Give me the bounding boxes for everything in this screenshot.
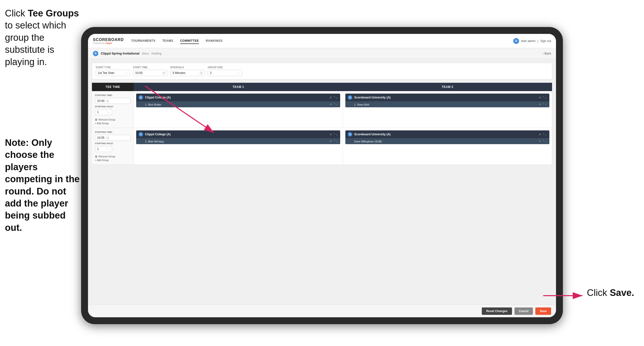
team-group-x-1-1[interactable]: ✕	[330, 96, 332, 99]
intervals-group: Intervals 5 Minutes 🕐	[170, 66, 205, 76]
player-x-2-1-0[interactable]: ✕	[539, 103, 541, 106]
starting-time-label-1: STARTING TIME:	[95, 94, 130, 96]
player-arrows-1-2-0[interactable]: ⌃⌄	[333, 140, 338, 143]
starting-hole-label-1: STARTING HOLE:	[95, 105, 130, 108]
team-group-x-2-1[interactable]: ✕	[539, 96, 541, 99]
add-group-btn-1[interactable]: + Add Group	[95, 122, 130, 125]
team-group-name-1-2: Clippd College (A)	[145, 133, 328, 136]
th-team1: Team 1	[134, 83, 343, 91]
start-type-label: Start Type	[96, 66, 130, 69]
player-name-2-1-0: 1. Rees Britt	[354, 103, 537, 106]
logo-clippd: clippd	[105, 42, 112, 44]
nav-rankings[interactable]: RANKINGS	[206, 38, 222, 44]
breadcrumb-hosting: Hosting	[152, 52, 162, 55]
starting-hole-value-1: 1	[97, 110, 99, 114]
team1-cell-1: C Clippd College (A) ✕ ⌃⌄ 1. Rich Butler	[134, 91, 343, 128]
start-type-input[interactable]: 1st Tee Start ⌃⌄	[96, 70, 130, 76]
player-row-1-2-0: 2. Blair McHarg ✕ ⌃⌄	[136, 138, 340, 144]
breadcrumb-icon: B	[93, 51, 98, 56]
instruction-note: Note: Only choose the players competing …	[5, 137, 81, 234]
starting-time-input-1[interactable]: 10:00 🕐	[95, 98, 130, 104]
start-type-group: Start Type 1st Tee Start ⌃⌄	[96, 66, 130, 76]
team-group-name-2-2: Scoreboard University (A)	[354, 133, 537, 136]
add-group-btn-2[interactable]: + Add Group	[95, 159, 130, 162]
navbar: SCOREBOARD Powered by clippd TOURNAMENTS…	[88, 34, 556, 48]
player-name-1-2-0: 2. Blair McHarg	[145, 140, 328, 143]
remove-icon-2: 🗑	[95, 155, 98, 158]
player-arrows-2-2-0[interactable]: ⌃⌄	[542, 140, 547, 143]
player-controls-2-2-0: ✕ ⌃⌄	[539, 140, 547, 143]
breadcrumb-bar: B Clippd Spring Invitational (Men) Hosti…	[88, 48, 556, 59]
intervals-clock-icon: 🕐	[200, 72, 202, 74]
player-x-1-2-0[interactable]: ✕	[330, 140, 332, 143]
logo-powered: Powered by clippd	[93, 42, 124, 44]
player-controls-1-2-0: ✕ ⌃⌄	[330, 140, 338, 143]
team-group-1-1[interactable]: C Clippd College (A) ✕ ⌃⌄ 1. Rich Butler	[136, 94, 340, 107]
team-group-icon-1-2: C	[139, 132, 143, 137]
nav-pipe: |	[538, 39, 538, 43]
breadcrumb-left: B Clippd Spring Invitational (Men) Hosti…	[93, 51, 162, 56]
team1-cell-2: C Clippd College (A) ✕ ⌃⌄ 2. Blair McHar…	[134, 128, 343, 165]
nav-teams[interactable]: TEAMS	[162, 38, 173, 44]
team-group-x-2-2[interactable]: ✕	[539, 133, 541, 136]
start-type-arrow: ⌃⌄	[124, 72, 128, 74]
tablet-screen: SCOREBOARD Powered by clippd TOURNAMENTS…	[88, 34, 556, 317]
team-group-icon-1-1: C	[139, 95, 143, 100]
team-group-header-1-2: C Clippd College (A) ✕ ⌃⌄	[136, 130, 340, 138]
starting-hole-input-1[interactable]: 1 ⌃⌄	[95, 109, 112, 115]
team-group-2-2[interactable]: S Scoreboard University (A) ✕ ⌃⌄ Dave Bi…	[345, 130, 549, 144]
team-group-arrows-2-1[interactable]: ⌃⌄	[542, 96, 547, 99]
nav-committee[interactable]: COMMITTEE	[180, 38, 199, 44]
hole-arrow-1: ⌃⌄	[106, 111, 110, 114]
team-group-header-2-2: S Scoreboard University (A) ✕ ⌃⌄	[345, 130, 549, 138]
time-icon-2: 🕐	[106, 137, 109, 139]
back-button[interactable]: ‹ Back	[543, 52, 551, 55]
table-row: STARTING TIME: 10:00 🕐 STARTING HOLE: 1 …	[92, 91, 552, 128]
team-group-controls-1-1: ✕ ⌃⌄	[330, 96, 338, 99]
instruction-tee-groups: Click Tee Groups to select which group t…	[5, 7, 81, 68]
team-group-2-1[interactable]: S Scoreboard University (A) ✕ ⌃⌄ 1. Rees…	[345, 94, 549, 107]
starting-time-input-2[interactable]: 10:05 🕐	[95, 135, 130, 141]
team-group-arrows-1-2[interactable]: ⌃⌄	[333, 133, 338, 136]
group-size-input[interactable]: 2 ⌃⌄	[208, 70, 242, 76]
remove-group-btn-1[interactable]: 🗑 Remove Group	[95, 118, 130, 121]
breadcrumb-badge: (Men)	[142, 52, 149, 55]
intervals-input[interactable]: 5 Minutes 🕐	[170, 70, 205, 76]
player-name-1-1-0: 1. Rich Butler	[145, 103, 328, 106]
player-row-1-1-0: 1. Rich Butler ✕ ⌃⌄	[136, 101, 340, 107]
player-name-2-2-0: Dave Billingham (SUB)	[354, 140, 537, 143]
save-button[interactable]: Save	[535, 308, 551, 315]
start-time-clock-icon: 🕐	[162, 72, 165, 74]
time-icon-1: 🕐	[106, 100, 109, 102]
start-time-group: Start Time 10:00 🕐	[133, 66, 168, 76]
remove-group-btn-2[interactable]: 🗑 Remove Group	[95, 155, 130, 158]
tee-table-header: Tee Time Team 1 Team 2	[92, 83, 552, 91]
team-group-header-2-1: S Scoreboard University (A) ✕ ⌃⌄	[345, 94, 549, 101]
team-group-arrows-2-2[interactable]: ⌃⌄	[542, 133, 547, 136]
nav-links: TOURNAMENTS TEAMS COMMITTEE RANKINGS	[131, 38, 514, 44]
cancel-button[interactable]: Cancel	[514, 308, 533, 315]
player-x-1-1-0[interactable]: ✕	[330, 103, 332, 106]
action-bar: Reset Changes Cancel Save	[88, 305, 556, 317]
team-group-arrows-1-1[interactable]: ⌃⌄	[333, 96, 338, 99]
team-group-x-1-2[interactable]: ✕	[330, 133, 332, 136]
player-x-2-2-0[interactable]: ✕	[539, 140, 541, 143]
player-row-2-1-0: 1. Rees Britt ✕ ⌃⌄	[345, 101, 549, 107]
tee-time-cell-2: STARTING TIME: 10:05 🕐 STARTING HOLE: 1 …	[92, 128, 134, 165]
main-content: Start Type 1st Tee Start ⌃⌄ Start Time 1…	[88, 59, 556, 305]
nav-tournaments[interactable]: TOURNAMENTS	[131, 38, 156, 44]
th-tee-time: Tee Time	[92, 83, 134, 91]
sign-out-link[interactable]: Sign out	[540, 39, 551, 43]
tee-time-cell-1: STARTING TIME: 10:00 🕐 STARTING HOLE: 1 …	[92, 91, 134, 128]
player-arrows-1-1-0[interactable]: ⌃⌄	[333, 103, 338, 106]
start-time-label: Start Time	[133, 66, 168, 69]
starting-hole-input-2[interactable]: 1 ⌃⌄	[95, 146, 112, 152]
starting-hole-value-2: 1	[97, 147, 99, 151]
player-arrows-2-1-0[interactable]: ⌃⌄	[542, 103, 547, 106]
reset-changes-button[interactable]: Reset Changes	[482, 308, 512, 315]
team-group-header-1-1: C Clippd College (A) ✕ ⌃⌄	[136, 94, 340, 101]
start-time-input[interactable]: 10:00 🕐	[133, 70, 168, 76]
player-controls-2-1-0: ✕ ⌃⌄	[539, 103, 547, 106]
tee-groups-container: STARTING TIME: 10:00 🕐 STARTING HOLE: 1 …	[92, 91, 552, 165]
team-group-1-2[interactable]: C Clippd College (A) ✕ ⌃⌄ 2. Blair McHar…	[136, 130, 340, 144]
